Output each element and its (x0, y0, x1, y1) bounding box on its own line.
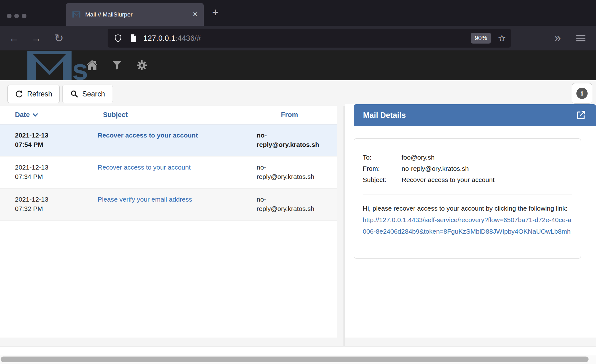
from-value: no-reply@ory.kratos.sh (402, 163, 572, 174)
mail-subject-link[interactable]: Please verify your email address (98, 196, 192, 203)
settings-gear-icon[interactable] (136, 59, 148, 71)
mail-from: no-reply@ory.kratos.sh (242, 131, 337, 149)
mailslurper-window: Mail // MailSlurper × + ← → ↻ 127.0.0.1:… (0, 0, 596, 364)
mail-details-title: Mail Details (363, 111, 406, 120)
url-host: 127.0.0.1 (143, 34, 175, 42)
mail-details-card: To: foo@ory.sh From: no-reply@ory.kratos… (354, 138, 581, 259)
mail-date: 2021-12-13 07:34 PM (0, 163, 83, 181)
refresh-icon (15, 90, 23, 98)
bottom-strip (0, 346, 596, 355)
card-divider (363, 194, 572, 194)
browser-tab[interactable]: Mail // MailSlurper × (66, 3, 204, 26)
home-icon[interactable] (86, 60, 98, 71)
logo-m-icon (26, 51, 73, 80)
zoom-level-badge[interactable]: 90% (471, 33, 491, 44)
mail-from: no-reply@ory.kratos.sh (242, 163, 337, 181)
back-icon[interactable]: ← (9, 26, 19, 50)
mail-subject-link[interactable]: Recover access to your account (98, 164, 191, 171)
overflow-chevrons-icon[interactable]: » (554, 26, 561, 50)
column-header-from[interactable]: From (242, 111, 337, 119)
refresh-label: Refresh (27, 90, 52, 98)
open-external-icon[interactable] (575, 110, 587, 121)
mail-details-panel: Mail Details To: foo@ory.sh From: no-rep… (345, 104, 596, 338)
url-bar[interactable]: 127.0.0.1:4436/# 90% ☆ (108, 29, 511, 48)
subject-value: Recover access to your account (402, 174, 572, 185)
recovery-link[interactable]: http://127.0.0.1:4433/self-service/recov… (363, 216, 571, 235)
mail-subject-link[interactable]: Recover access to your account (98, 132, 198, 139)
reload-icon[interactable]: ↻ (54, 26, 63, 50)
new-tab-button[interactable]: + (212, 7, 219, 18)
url-path: :4436/# (175, 34, 201, 42)
column-header-date[interactable]: Date (0, 111, 83, 119)
mail-body-text: Hi, please recover access to your accoun… (363, 205, 567, 212)
subject-label: Subject: (363, 174, 402, 185)
mailslurper-favicon-icon (72, 11, 81, 18)
browser-toolbar: ← → ↻ 127.0.0.1:4436/# 90% ☆ » (0, 26, 596, 50)
from-label: From: (363, 163, 402, 174)
window-dot-icon[interactable] (22, 14, 26, 18)
browser-tab-strip: Mail // MailSlurper × + (0, 0, 596, 26)
refresh-button[interactable]: Refresh (7, 85, 60, 103)
search-button[interactable]: Search (62, 85, 113, 103)
page-icon[interactable] (130, 34, 137, 43)
forward-icon[interactable]: → (31, 26, 41, 50)
mail-list-header: Date Subject From (0, 106, 337, 124)
mail-row[interactable]: 2021-12-13 07:32 PM Please verify your e… (0, 189, 337, 221)
column-header-subject[interactable]: Subject (83, 111, 242, 119)
mail-details-header: Mail Details (354, 104, 596, 126)
mail-list-panel: Date Subject From 2021-12-13 07:54 PM Re… (0, 106, 337, 338)
horizontal-scrollbar[interactable] (0, 355, 596, 364)
window-dot-icon[interactable] (7, 14, 12, 18)
search-label: Search (82, 90, 105, 98)
to-label: To: (363, 152, 402, 163)
mail-body: Hi, please recover access to your accoun… (363, 203, 572, 237)
window-dot-icon[interactable] (14, 14, 19, 18)
mail-from: no-reply@ory.kratos.sh (242, 195, 337, 213)
menu-hamburger-icon[interactable] (575, 26, 586, 50)
tab-close-icon[interactable]: × (193, 10, 198, 19)
page-content: Refresh Search i Date Subject Fr (0, 80, 596, 364)
mail-date: 2021-12-13 07:32 PM (0, 195, 83, 213)
to-value: foo@ory.sh (402, 152, 572, 163)
window-controls[interactable] (7, 14, 26, 18)
sort-desc-chevron-icon (33, 113, 38, 117)
tab-title: Mail // MailSlurper (85, 11, 193, 18)
filter-icon[interactable] (111, 60, 123, 71)
app-navbar: s (0, 50, 596, 80)
url-text[interactable]: 127.0.0.1:4436/# (143, 34, 201, 43)
mail-date: 2021-12-13 07:54 PM (0, 131, 83, 149)
info-button[interactable]: i (572, 83, 592, 104)
mail-row[interactable]: 2021-12-13 07:54 PM Recover access to yo… (0, 124, 337, 156)
search-icon (70, 90, 78, 98)
mail-row[interactable]: 2021-12-13 07:34 PM Recover access to yo… (0, 156, 337, 189)
info-icon: i (576, 88, 588, 99)
scrollbar-thumb[interactable] (1, 357, 589, 362)
shield-icon[interactable] (114, 34, 122, 42)
bookmark-star-icon[interactable]: ☆ (498, 33, 506, 44)
